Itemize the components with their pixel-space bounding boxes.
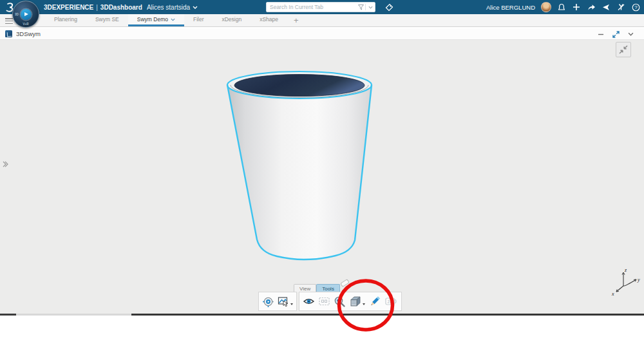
tag-button[interactable] [384, 3, 394, 12]
help-icon: ? [632, 3, 640, 12]
compass-west-label: 3D [15, 13, 19, 16]
measure-tool-button[interactable] [334, 296, 346, 308]
annotate-pencil-button[interactable] [368, 295, 381, 308]
tab-xdesign[interactable]: xDesign [213, 14, 251, 26]
swym-app-icon [5, 30, 12, 37]
scrollbar-track [131, 314, 644, 316]
play-compass-icon [262, 296, 274, 308]
tools-tool-group: 2D [299, 292, 402, 311]
3d-viewport[interactable]: z y x View Tools [0, 40, 644, 314]
search-bar [266, 2, 375, 12]
tab-label: xShape [260, 16, 278, 23]
share-community-button[interactable] [601, 3, 611, 12]
dropdown-caret [363, 303, 365, 305]
3dcompass[interactable]: 3D V+R [12, 1, 39, 28]
plus-icon [573, 3, 580, 11]
axis-triad: z y x [609, 267, 641, 298]
chevron-down-icon [368, 6, 373, 9]
tab-label: Planering [54, 16, 77, 23]
eye-icon [303, 296, 315, 307]
dropdown-caret [290, 303, 293, 305]
section-plane-icon [349, 296, 362, 308]
axis-z-label: z [624, 267, 627, 273]
brand-separator: | [96, 4, 98, 11]
view-tool-group [258, 292, 297, 311]
axis-x-label: x [611, 291, 614, 297]
ghost-box-icon [318, 296, 330, 307]
widget-title-bar: 3DSwym [0, 28, 644, 40]
tab-swym-se[interactable]: Swym SE [86, 14, 128, 26]
cup-model[interactable] [0, 40, 644, 314]
top-bar: 3DEXPERIENCE | 3DDashboard Alices starts… [0, 0, 644, 14]
tab-xshape[interactable]: xShape [251, 14, 287, 26]
page-title[interactable]: Alices startsida [147, 4, 190, 11]
brand-name: 3DEXPERIENCE [44, 4, 93, 11]
share-forward-button[interactable] [587, 3, 596, 12]
widget-title: 3DSwym [16, 30, 41, 37]
user-name[interactable]: Alice BERGLUND [486, 4, 535, 11]
bottom-scrollbar [0, 314, 644, 316]
viewer-toolbar: 2D [258, 292, 402, 311]
minimize-button[interactable] [598, 31, 604, 37]
breadcrumb: 3DEXPERIENCE | 3DDashboard Alices starts… [44, 0, 198, 14]
user-zone: Alice BERGLUND [486, 0, 640, 14]
3dexperience-app: { "header": { "logo": "3DS", "brand": "3… [0, 0, 644, 340]
section-tool-button[interactable] [349, 296, 365, 308]
scrollbar-thumb[interactable] [16, 314, 131, 316]
add-content-button[interactable] [572, 3, 581, 12]
search-filter-button[interactable] [356, 3, 365, 12]
widget-controls [598, 28, 634, 40]
magnifier-icon [334, 296, 346, 308]
notification-bell-icon [558, 3, 565, 12]
compass-south-label: V+R [23, 23, 29, 26]
play-2d-icon: 2D [384, 296, 398, 307]
dashboard-tab-bar: Planering Swym SE Swym Demo Filer xDesig… [0, 14, 644, 27]
reframe-icon [278, 296, 290, 307]
chevron-down-icon[interactable] [193, 6, 198, 9]
collab-tools-button[interactable] [616, 3, 625, 12]
tab-label: Filer [193, 16, 204, 23]
viewer-toolbar-tabs: View Tools [294, 284, 340, 292]
tab-label: Swym SE [95, 16, 119, 23]
share-icon [602, 4, 610, 11]
chevron-down-icon[interactable] [171, 18, 175, 21]
y-slash-icon [617, 3, 625, 11]
visibility-tool-button[interactable] [303, 296, 315, 307]
widget-menu-button[interactable] [628, 32, 634, 36]
play-2d-label: 2D [388, 299, 393, 304]
tab-label: Swym Demo [137, 16, 168, 23]
tab-planering[interactable]: Planering [45, 14, 86, 26]
pencil-icon [368, 295, 381, 308]
expand-widget-button[interactable] [612, 31, 620, 38]
funnel-icon [358, 5, 364, 10]
axis-y-label: y [637, 277, 640, 283]
compass-play-icon[interactable] [21, 9, 32, 20]
tools-tab[interactable]: Tools [316, 284, 340, 292]
tag-icon [385, 3, 393, 12]
tab-filer[interactable]: Filer [184, 14, 213, 26]
search-input[interactable] [267, 4, 356, 10]
notifications-button[interactable] [557, 3, 566, 12]
tab-swym-demo[interactable]: Swym Demo [128, 14, 184, 26]
view-tab[interactable]: View [294, 284, 316, 292]
apps-menu-button[interactable] [5, 18, 13, 24]
share-arrow-icon [587, 3, 596, 11]
app-name: 3DDashboard [100, 4, 142, 11]
ghost-mode-button[interactable] [318, 296, 330, 307]
help-button[interactable]: ? [631, 3, 640, 12]
search-options-button[interactable] [366, 3, 375, 12]
scrollbar-track [0, 314, 16, 316]
avatar[interactable] [541, 2, 551, 12]
tab-label: xDesign [222, 16, 242, 23]
svg-text:?: ? [634, 5, 638, 10]
compass-tool-button[interactable] [262, 296, 274, 308]
play-2d-button[interactable]: 2D [384, 296, 398, 307]
dashboard-tabs: Planering Swym SE Swym Demo Filer xDesig… [45, 14, 305, 26]
reframe-tool-button[interactable] [278, 296, 293, 307]
add-tab-button[interactable]: + [287, 14, 305, 26]
